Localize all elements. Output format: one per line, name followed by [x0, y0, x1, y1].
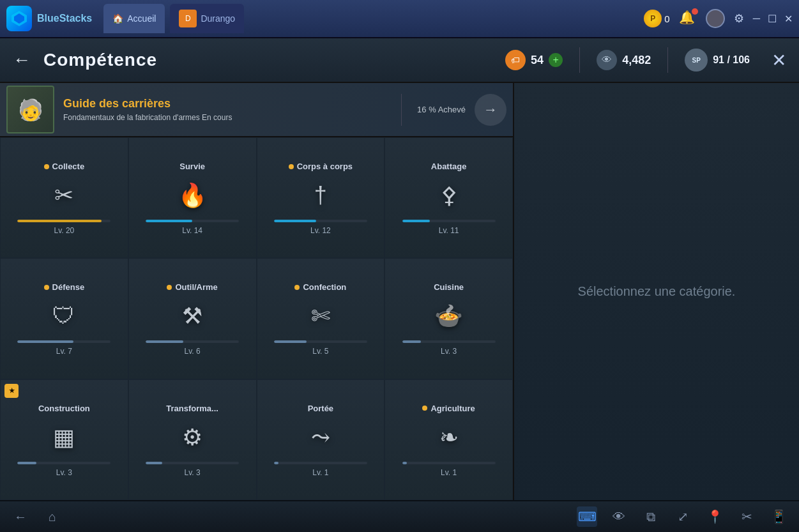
main-content: 🧓 Guide des carrières Fondamentaux de la… [0, 83, 799, 500]
home-nav-icon[interactable]: ⌂ [42, 506, 63, 527]
tab-home[interactable]: 🏠 Accueil [103, 4, 165, 33]
skill-icon: ❧ [429, 417, 469, 458]
career-progress: 16 % Achevé [417, 105, 466, 114]
sp-value: 91 / 106 [713, 54, 750, 66]
skill-badge-new: ★ [4, 384, 19, 398]
skill-progress-bar [274, 462, 367, 464]
game-area: ← Compétence 🏷 54 + 👁 4,482 SP 91 / 106 … [0, 38, 799, 500]
skill-progress-bar [274, 340, 367, 343]
skill-icon: ✂ [43, 175, 84, 216]
skill-icon: ⚙ [172, 417, 213, 458]
close-button[interactable]: ✕ [784, 13, 793, 25]
notification-dot [692, 8, 698, 15]
skill-cell[interactable]: Confection✄Lv. 5 [257, 258, 385, 379]
bottom-bar: ← ⌂ ⌨ 👁 ⧉ ⤢ 📍 ✂ 📱 [0, 500, 799, 532]
skill-cell[interactable]: Corps à corps†Lv. 12 [257, 137, 385, 258]
skill-icon: † [300, 175, 341, 216]
settings-icon[interactable]: ⚙ [734, 11, 744, 26]
skill-level: Lv. 3 [185, 468, 201, 477]
back-button[interactable]: ← [13, 50, 31, 70]
skill-cell[interactable]: Abattage⚴Lv. 11 [384, 137, 513, 258]
skill-cell[interactable]: ★Construction▦Lv. 3 [0, 379, 128, 500]
left-panel: 🧓 Guide des carrières Fondamentaux de la… [0, 83, 514, 500]
location-icon[interactable]: 📍 [704, 506, 725, 527]
game-icon: D [179, 10, 197, 27]
skill-label: Cuisine [434, 282, 464, 292]
skill-name: Abattage [431, 162, 467, 171]
right-panel: Sélectionnez une catégorie. [514, 83, 799, 500]
skill-icon: ▦ [43, 417, 84, 458]
eye-nav-icon[interactable]: 👁 [609, 506, 629, 527]
career-subtitle: Fondamentaux de la fabrication d'armes E… [63, 113, 386, 122]
window-controls: ─ ☐ ✕ [753, 13, 793, 25]
career-divider [401, 94, 402, 126]
coin-stat-group: 👁 4,482 [597, 50, 651, 70]
keyboard-icon[interactable]: ⌨ [577, 506, 597, 527]
clone-icon[interactable]: ⧉ [641, 506, 661, 527]
skill-name: Agriculture [430, 404, 475, 413]
skill-icon: 🛡 [43, 296, 84, 337]
skill-progress-fill [146, 340, 183, 343]
notification-icon[interactable]: 🔔 [679, 10, 697, 27]
skill-dot [44, 164, 49, 169]
phone-icon[interactable]: 📱 [768, 506, 789, 527]
cut-icon[interactable]: ✂ [736, 506, 757, 527]
tab-game[interactable]: D Durango [170, 4, 244, 33]
select-hint: Sélectionnez une catégorie. [578, 284, 736, 299]
career-portrait: 🧓 [6, 86, 54, 133]
bluestacks-logo [6, 6, 32, 31]
skill-progress-bar [17, 340, 110, 343]
skill-label: Agriculture [422, 404, 475, 413]
xp-stat-group: 🏷 54 + [505, 50, 563, 70]
skill-level: Lv. 11 [439, 226, 459, 235]
skill-progress-fill [17, 462, 36, 464]
eye-icon: 👁 [597, 50, 617, 70]
skill-icon: ✄ [300, 296, 341, 337]
restore-button[interactable]: ☐ [768, 13, 777, 25]
skill-label: Défense [44, 282, 85, 292]
skill-progress-fill [274, 462, 278, 464]
skill-cell[interactable]: Défense🛡Lv. 7 [0, 258, 128, 379]
xp-value: 54 [531, 54, 544, 67]
skill-icon: 🍲 [429, 296, 469, 337]
coin-icon: P [644, 10, 662, 27]
skill-icon: ⤳ [300, 417, 341, 458]
tab-game-label: Durango [201, 13, 235, 24]
skill-label: Construction [38, 404, 90, 413]
close-game-button[interactable]: ✕ [772, 50, 786, 71]
skill-cell[interactable]: Collecte✂Lv. 20 [0, 137, 128, 258]
skill-progress-bar [402, 340, 496, 343]
skill-dot [289, 164, 294, 169]
skill-progress-bar [17, 220, 110, 222]
fullscreen-icon[interactable]: ⤢ [673, 506, 693, 527]
skill-level: Lv. 3 [56, 468, 72, 477]
skill-name: Collecte [52, 162, 85, 171]
skill-dot [294, 285, 300, 290]
career-banner[interactable]: 🧓 Guide des carrières Fondamentaux de la… [0, 83, 513, 137]
skill-cell[interactable]: Outil/Arme⚒Lv. 6 [128, 258, 257, 379]
skill-progress-bar [146, 340, 239, 343]
career-arrow-button[interactable]: → [475, 94, 506, 126]
skill-name: Transforma... [166, 404, 218, 413]
skill-cell[interactable]: Transforma...⚙Lv. 3 [128, 379, 257, 500]
skill-cell[interactable]: Portée⤳Lv. 1 [257, 379, 385, 500]
skill-label: Portée [308, 404, 333, 413]
skill-progress-fill [402, 340, 421, 343]
skill-cell[interactable]: Cuisine🍲Lv. 3 [384, 258, 513, 379]
skill-label: Confection [294, 282, 346, 292]
skill-level: Lv. 1 [441, 468, 457, 477]
top-bar-right: P 0 🔔 ⚙ ─ ☐ ✕ [644, 9, 793, 28]
skill-level: Lv. 12 [310, 226, 331, 235]
skill-dot [44, 285, 49, 290]
skill-icon: ⚒ [172, 296, 213, 337]
xp-plus-button[interactable]: + [549, 53, 563, 67]
top-bar: BlueStacks 🏠 Accueil D Durango P 0 🔔 ⚙ ─… [0, 0, 799, 38]
minimize-button[interactable]: ─ [753, 13, 760, 25]
skill-cell[interactable]: Agriculture❧Lv. 1 [384, 379, 513, 500]
back-nav-icon[interactable]: ← [10, 506, 31, 527]
skill-icon: 🔥 [172, 175, 213, 216]
skill-name: Outil/Arme [175, 282, 217, 292]
header-divider-2 [667, 47, 668, 73]
skill-cell[interactable]: Survie🔥Lv. 14 [128, 137, 257, 258]
avatar[interactable] [706, 9, 725, 28]
